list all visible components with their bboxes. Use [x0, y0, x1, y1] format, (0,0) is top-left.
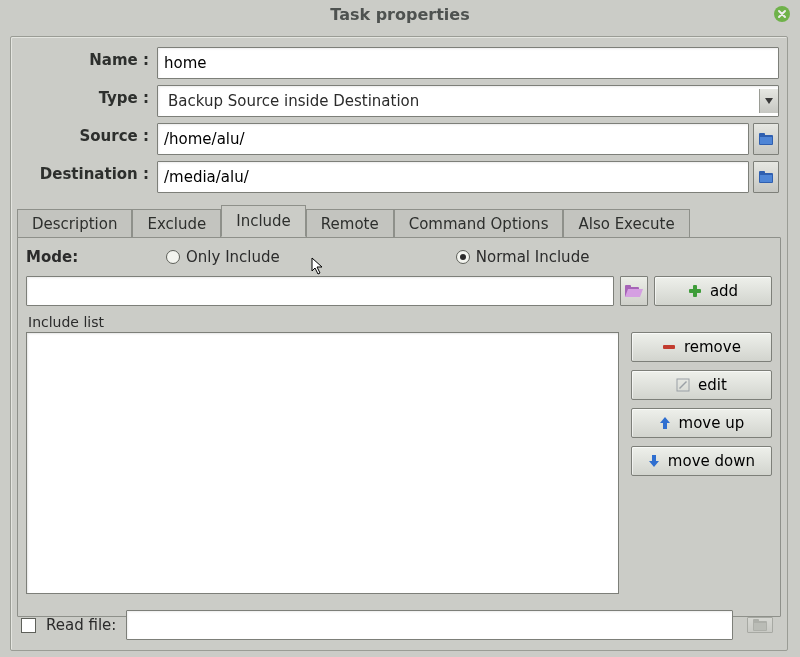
input-source[interactable] [157, 123, 749, 155]
remove-button-label: remove [684, 338, 741, 356]
cursor-icon [308, 255, 326, 277]
row-destination: Destination : [19, 161, 779, 193]
list-area: Include list remove [26, 312, 772, 594]
combo-type[interactable]: Backup Source inside Destination [157, 85, 779, 117]
svg-rect-11 [677, 379, 689, 391]
svg-rect-0 [759, 135, 773, 145]
tab-include[interactable]: Include [221, 205, 306, 237]
plus-icon [688, 284, 702, 298]
tab-description[interactable]: Description [17, 209, 132, 238]
svg-rect-7 [625, 285, 631, 289]
mode-row: Mode: Only Include Normal Include [26, 248, 772, 266]
folder-icon [758, 170, 774, 184]
svg-rect-6 [625, 287, 639, 297]
folder-open-icon [625, 284, 643, 298]
browse-include-button[interactable] [620, 276, 648, 306]
close-button[interactable] [774, 6, 790, 22]
label-mode: Mode: [26, 248, 138, 266]
tab-also-execute[interactable]: Also Execute [563, 209, 689, 238]
radio-normal-include-label: Normal Include [476, 248, 590, 266]
input-read-file[interactable] [126, 610, 733, 640]
svg-rect-12 [753, 621, 767, 631]
svg-rect-2 [760, 137, 772, 144]
title-bar: Task properties [0, 0, 800, 28]
browse-source-button[interactable] [753, 123, 779, 155]
radio-dot-icon [166, 250, 180, 264]
add-row: add [26, 276, 772, 306]
radio-only-include-label: Only Include [186, 248, 280, 266]
label-read-file: Read file: [46, 616, 116, 634]
edit-button-label: edit [698, 376, 727, 394]
combo-type-dropdown[interactable] [759, 89, 778, 113]
chevron-down-icon [765, 98, 773, 104]
svg-rect-3 [759, 173, 773, 183]
edit-icon [676, 378, 690, 392]
combo-type-value: Backup Source inside Destination [164, 92, 759, 110]
arrow-up-icon [659, 416, 671, 430]
row-name: Name : [19, 47, 779, 79]
include-list-caption: Include list [28, 314, 619, 330]
label-name: Name : [19, 47, 157, 79]
label-source: Source : [19, 123, 157, 155]
radio-dot-icon [456, 250, 470, 264]
form-area: Name : Type : Backup Source inside Desti… [11, 37, 787, 203]
svg-rect-8 [693, 285, 697, 297]
radio-normal-include[interactable]: Normal Include [456, 248, 590, 266]
tab-remote[interactable]: Remote [306, 209, 394, 238]
browse-destination-button[interactable] [753, 161, 779, 193]
move-down-button[interactable]: move down [631, 446, 772, 476]
move-up-button[interactable]: move up [631, 408, 772, 438]
input-destination[interactable] [157, 161, 749, 193]
read-file-row: Read file: [21, 610, 773, 640]
arrow-down-icon [648, 454, 660, 468]
svg-rect-4 [759, 171, 765, 175]
radio-only-include[interactable]: Only Include [166, 248, 280, 266]
input-include-pattern[interactable] [26, 276, 614, 306]
window-title: Task properties [330, 5, 469, 24]
tab-exclude[interactable]: Exclude [132, 209, 221, 238]
svg-rect-1 [759, 133, 765, 137]
add-button-label: add [710, 282, 738, 300]
move-up-button-label: move up [679, 414, 745, 432]
tab-bar: Description Exclude Include Remote Comma… [17, 207, 781, 237]
move-down-button-label: move down [668, 452, 755, 470]
tabs: Description Exclude Include Remote Comma… [17, 207, 781, 617]
row-source: Source : [19, 123, 779, 155]
label-type: Type : [19, 85, 157, 117]
svg-rect-10 [663, 345, 675, 349]
browse-read-file-button[interactable] [747, 617, 773, 633]
remove-button[interactable]: remove [631, 332, 772, 362]
dialog-frame: Name : Type : Backup Source inside Desti… [10, 36, 788, 651]
include-list[interactable] [26, 332, 619, 594]
tab-command-options[interactable]: Command Options [394, 209, 564, 238]
list-buttons: remove edit move up [631, 312, 772, 594]
svg-rect-5 [760, 175, 772, 182]
folder-icon [752, 618, 768, 632]
svg-rect-9 [689, 289, 701, 293]
svg-rect-14 [754, 623, 766, 630]
folder-icon [758, 132, 774, 146]
label-destination: Destination : [19, 161, 157, 193]
tab-panel-include: Mode: Only Include Normal Include [17, 237, 781, 617]
input-name[interactable] [157, 47, 779, 79]
add-button[interactable]: add [654, 276, 772, 306]
svg-rect-13 [753, 619, 759, 623]
close-icon [777, 9, 787, 19]
row-type: Type : Backup Source inside Destination [19, 85, 779, 117]
checkbox-read-file[interactable] [21, 618, 36, 633]
minus-icon [662, 340, 676, 354]
edit-button[interactable]: edit [631, 370, 772, 400]
